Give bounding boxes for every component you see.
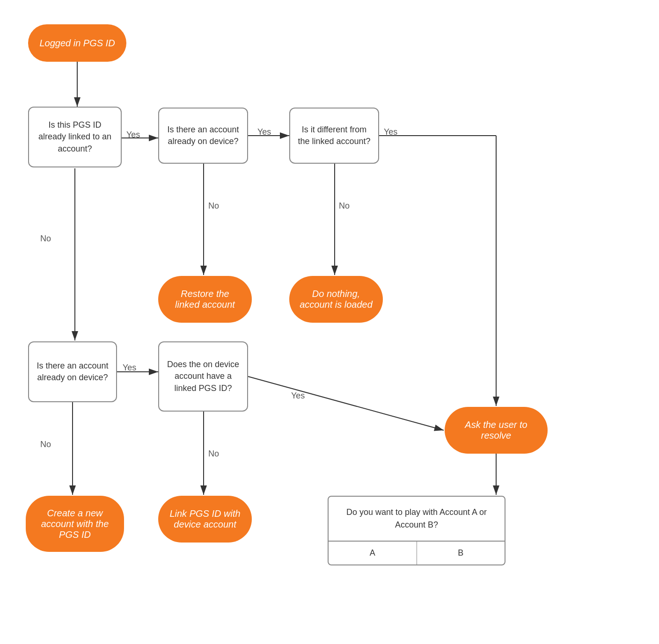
logged-in-node: Logged in PGS ID <box>28 24 126 62</box>
q2-node: Is there an account already on device? <box>158 108 248 164</box>
dialog-btn-a[interactable]: A <box>329 542 417 564</box>
label-yes5: Yes <box>291 391 305 401</box>
label-no4: No <box>40 440 51 449</box>
dialog-text: Do you want to play with Account A or Ac… <box>329 497 505 541</box>
dialog-buttons: A B <box>329 541 505 564</box>
do-nothing-node: Do nothing, account is loaded <box>289 276 383 323</box>
q3-node: Is it different from the linked account? <box>289 108 379 164</box>
label-no3: No <box>339 201 350 211</box>
ask-resolve-node: Ask the user to resolve <box>445 407 548 454</box>
label-no2: No <box>208 201 219 211</box>
flowchart-diagram: Yes Yes Yes No No No Yes Yes No No Logge… <box>0 0 659 644</box>
label-yes3: Yes <box>384 127 397 137</box>
q1-node: Is this PGS ID already linked to an acco… <box>28 107 122 167</box>
create-account-node: Create a new account with the PGS ID <box>26 496 124 552</box>
q4-node: Is there an account already on device? <box>28 341 117 402</box>
svg-line-10 <box>248 376 444 430</box>
label-yes4: Yes <box>123 363 136 373</box>
label-yes1: Yes <box>126 130 140 140</box>
restore-node: Restore the linked account <box>158 276 252 323</box>
link-pgs-node: Link PGS ID with device account <box>158 496 252 543</box>
label-no1: No <box>40 234 51 244</box>
label-no5: No <box>208 449 219 459</box>
dialog-btn-b[interactable]: B <box>417 542 505 564</box>
label-yes2: Yes <box>257 127 271 137</box>
q5-node: Does the on device account have a linked… <box>158 341 248 412</box>
dialog-box: Do you want to play with Account A or Ac… <box>328 496 505 565</box>
